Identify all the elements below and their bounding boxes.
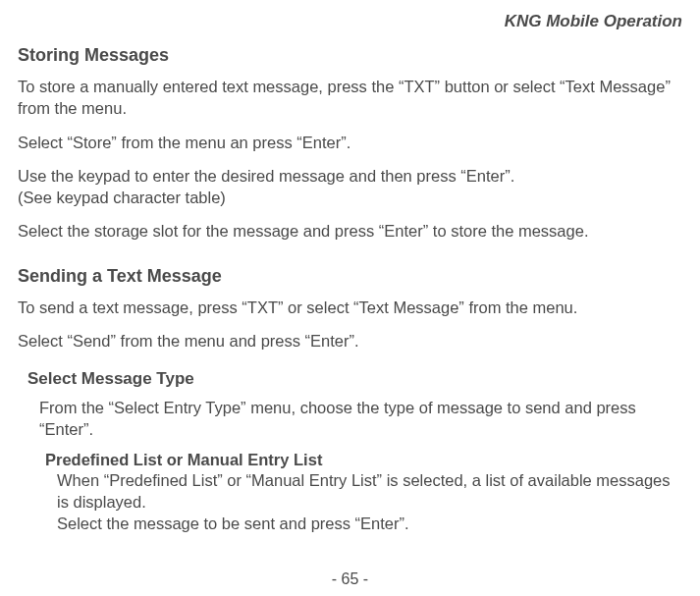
select-message-type-p1: From the “Select Entry Type” menu, choos… — [39, 397, 682, 441]
predefined-list-p2: Select the message to be sent and press … — [57, 513, 682, 534]
sending-p1: To send a text message, press “TXT” or s… — [18, 297, 682, 318]
storing-p3a: Use the keypad to enter the desired mess… — [18, 167, 514, 185]
storing-p3: Use the keypad to enter the desired mess… — [18, 165, 682, 209]
page-number: - 65 - — [0, 570, 700, 588]
storing-p1: To store a manually entered text message… — [18, 76, 682, 120]
select-message-type-title: Select Message Type — [27, 369, 682, 389]
storing-p3b: (See keypad character table) — [18, 189, 226, 206]
sending-p2: Select “Send” from the menu and press “E… — [18, 330, 682, 352]
storing-p2: Select “Store” from the menu an press “E… — [18, 132, 682, 153]
header-right-title: KNG Mobile Operation — [18, 12, 682, 31]
section-sending-title: Sending a Text Message — [18, 266, 682, 287]
predefined-list-p1: When “Predefined List” or “Manual Entry … — [57, 469, 682, 514]
storing-p4: Select the storage slot for the message … — [18, 220, 682, 242]
predefined-list-title: Predefined List or Manual Entry List — [45, 451, 682, 469]
section-storing-title: Storing Messages — [18, 45, 682, 66]
